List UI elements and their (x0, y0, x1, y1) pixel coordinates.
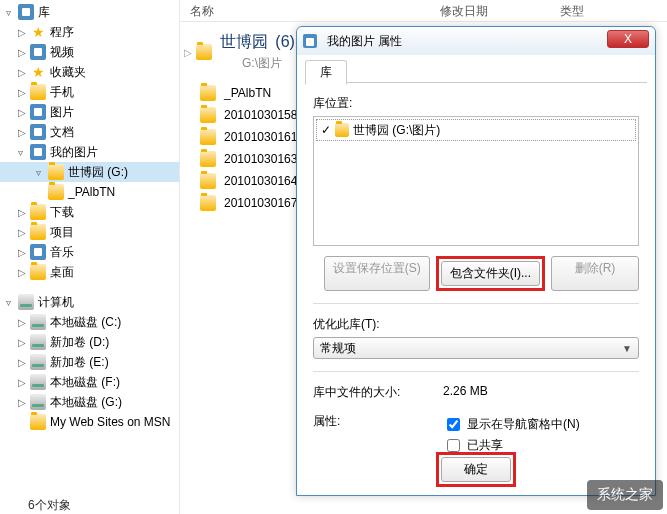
tree-item-selected[interactable]: ▿世博园 (G:) (0, 162, 179, 182)
tree-label: 程序 (50, 24, 74, 41)
divider (313, 371, 639, 372)
include-folder-button[interactable]: 包含文件夹(I)... (441, 261, 540, 286)
nav-tree: ▿ 库 ▷★程序 ▷视频 ▷★收藏夹 ▷手机 ▷图片 ▷文档 ▿我的图片 ▿世博… (0, 0, 179, 434)
tree-item[interactable]: ▷视频 (0, 42, 179, 62)
dialog-titlebar[interactable]: 我的图片 属性 X (297, 27, 655, 55)
file-name: 20101030161 (224, 130, 297, 144)
arrow-icon: ▷ (18, 317, 28, 328)
column-headers: 名称 修改日期 类型 (180, 0, 667, 22)
size-label: 库中文件的大小: (313, 384, 443, 401)
tree-item-drive[interactable]: ▷新加卷 (D:) (0, 332, 179, 352)
folder-icon (196, 44, 212, 60)
drive-icon (30, 334, 46, 350)
tree-item[interactable]: ▷★程序 (0, 22, 179, 42)
ok-button[interactable]: 确定 (441, 457, 511, 482)
attributes-label: 属性: (313, 413, 443, 455)
folder-icon (200, 129, 216, 145)
library-icon (30, 144, 46, 160)
arrow-icon: ▷ (18, 267, 28, 278)
tree-item[interactable]: ▷图片 (0, 102, 179, 122)
watermark: 系统之家 (587, 480, 663, 510)
checkbox-input[interactable] (447, 439, 460, 452)
tree-label: _PAlbTN (68, 185, 115, 199)
close-button[interactable]: X (607, 30, 649, 48)
tree-item[interactable]: ▷★收藏夹 (0, 62, 179, 82)
tree-header-computer[interactable]: ▿ 计算机 (0, 292, 179, 312)
tree-item-drive[interactable]: ▷本地磁盘 (C:) (0, 312, 179, 332)
location-path: G:\图片 (242, 55, 295, 72)
highlight-box: 确定 (436, 452, 516, 487)
size-value: 2.26 MB (443, 384, 488, 401)
tree-header-label: 计算机 (38, 294, 74, 311)
tree-item[interactable]: ▷项目 (0, 222, 179, 242)
location-buttons: 设置保存位置(S) 包含文件夹(I)... 删除(R) (313, 256, 639, 291)
arrow-icon: ▷ (18, 67, 28, 78)
star-icon: ★ (30, 64, 46, 80)
tree-label: 项目 (50, 224, 74, 241)
tree-header-libraries[interactable]: ▿ 库 (0, 2, 179, 22)
chevron-down-icon: ▼ (622, 343, 632, 354)
tree-item[interactable]: _PAlbTN (0, 182, 179, 202)
col-header-name[interactable]: 名称 (180, 0, 440, 21)
tree-item-drive[interactable]: ▷新加卷 (E:) (0, 352, 179, 372)
folder-icon (30, 224, 46, 240)
expand-arrow-icon: ▿ (6, 7, 16, 18)
check-icon: ✓ (321, 123, 335, 137)
tree-item[interactable]: ▷桌面 (0, 262, 179, 282)
arrow-icon: ▷ (18, 127, 28, 138)
computer-icon (18, 294, 34, 310)
set-save-location-button[interactable]: 设置保存位置(S) (324, 256, 430, 291)
tree-item-drive[interactable]: ▷本地磁盘 (G:) (0, 392, 179, 412)
tree-label: 收藏夹 (50, 64, 86, 81)
dropdown-value: 常规项 (320, 340, 356, 357)
arrow-icon: ▷ (18, 377, 28, 388)
tree-label: 世博园 (G:) (68, 164, 128, 181)
checkbox-input[interactable] (447, 418, 460, 431)
tab-library[interactable]: 库 (305, 60, 347, 85)
col-header-date[interactable]: 修改日期 (440, 0, 560, 21)
tree-item[interactable]: ▷音乐 (0, 242, 179, 262)
divider (313, 303, 639, 304)
tree-label: My Web Sites on MSN (50, 415, 170, 429)
folder-icon (30, 414, 46, 430)
tree-item[interactable]: ▷手机 (0, 82, 179, 102)
folder-icon (200, 151, 216, 167)
folder-icon (30, 264, 46, 280)
tree-label: 本地磁盘 (G:) (50, 394, 122, 411)
optimize-label: 优化此库(T): (313, 316, 639, 333)
status-object-count: 6个对象 (28, 497, 71, 514)
col-header-type[interactable]: 类型 (560, 0, 640, 21)
properties-dialog: 我的图片 属性 X 库 库位置: ✓ 世博园 (G:\图片) 设置保存位置(S)… (296, 26, 656, 496)
tree-header-label: 库 (38, 4, 50, 21)
folder-icon (200, 85, 216, 101)
tree-item-drive[interactable]: My Web Sites on MSN (0, 412, 179, 432)
dialog-body: 库位置: ✓ 世博园 (G:\图片) 设置保存位置(S) 包含文件夹(I)...… (297, 83, 655, 467)
folder-icon (48, 164, 64, 180)
remove-button[interactable]: 删除(R) (551, 256, 639, 291)
location-item[interactable]: ✓ 世博园 (G:\图片) (316, 119, 636, 141)
tree-item[interactable]: ▷下载 (0, 202, 179, 222)
highlight-box: 包含文件夹(I)... (436, 256, 545, 291)
library-icon (30, 44, 46, 60)
tab-strip: 库 (305, 59, 647, 83)
optimize-dropdown[interactable]: 常规项 ▼ (313, 337, 639, 359)
size-row: 库中文件的大小: 2.26 MB (313, 384, 639, 401)
location-count: (6) (275, 33, 295, 50)
tree-item-drive[interactable]: ▷本地磁盘 (F:) (0, 372, 179, 392)
folder-icon (200, 107, 216, 123)
arrow-icon: ▷ (18, 337, 28, 348)
show-in-nav-checkbox[interactable]: 显示在导航窗格中(N) (443, 415, 580, 434)
attributes-row: 属性: 显示在导航窗格中(N) 已共享 (313, 413, 639, 455)
arrow-icon: ▷ (18, 27, 28, 38)
tree-label: 新加卷 (E:) (50, 354, 109, 371)
library-locations-list[interactable]: ✓ 世博园 (G:\图片) (313, 116, 639, 246)
tree-label: 我的图片 (50, 144, 98, 161)
chevron-right-icon: ▷ (184, 47, 194, 58)
arrow-icon: ▷ (18, 357, 28, 368)
tree-item[interactable]: ▷文档 (0, 122, 179, 142)
file-name: _PAlbTN (224, 86, 271, 100)
tree-label: 手机 (50, 84, 74, 101)
library-icon (30, 244, 46, 260)
folder-icon (200, 195, 216, 211)
tree-item[interactable]: ▿我的图片 (0, 142, 179, 162)
